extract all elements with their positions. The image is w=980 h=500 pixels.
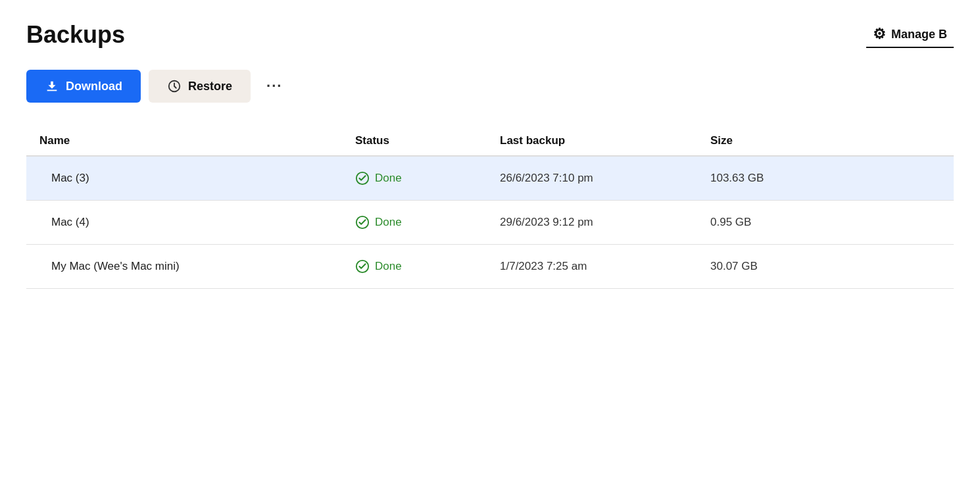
- download-button-label: Download: [66, 80, 122, 93]
- size-cell: 0.95 GB: [710, 216, 842, 229]
- download-button[interactable]: Download: [26, 70, 141, 103]
- status-done-icon: [355, 215, 370, 230]
- table-header: Name Status Last backup Size: [26, 126, 954, 157]
- status-label: Done: [375, 172, 402, 185]
- gear-icon: ⚙: [873, 26, 886, 43]
- manage-button[interactable]: ⚙ Manage B: [866, 22, 954, 48]
- column-header-size: Size: [710, 134, 842, 147]
- toolbar: Download Restore ···: [26, 70, 954, 103]
- column-header-name: Name: [39, 134, 355, 147]
- last-backup-cell: 26/6/2023 7:10 pm: [500, 172, 710, 185]
- manage-button-label: Manage B: [891, 28, 947, 41]
- status-cell: Done: [355, 259, 500, 274]
- size-cell: 30.07 GB: [710, 260, 842, 273]
- more-options-button[interactable]: ···: [258, 71, 290, 101]
- status-label: Done: [375, 260, 402, 273]
- status-cell: Done: [355, 215, 500, 230]
- restore-icon: [167, 79, 182, 93]
- backup-name: Mac (4): [51, 216, 89, 229]
- backups-table: Name Status Last backup Size Mac (3) Don…: [26, 126, 954, 289]
- last-backup-cell: 29/6/2023 9:12 pm: [500, 216, 710, 229]
- status-done-icon: [355, 259, 370, 274]
- restore-button[interactable]: Restore: [149, 70, 251, 103]
- name-cell: My Mac (Wee's Mac mini): [39, 260, 355, 273]
- page-title: Backups: [26, 21, 125, 49]
- restore-button-label: Restore: [188, 80, 232, 93]
- table-row[interactable]: My Mac (Wee's Mac mini) Done 1/7/2023 7:…: [26, 245, 954, 289]
- table-row[interactable]: Mac (4) Done 29/6/2023 9:12 pm 0.95 GB: [26, 201, 954, 245]
- table-row[interactable]: Mac (3) Done 26/6/2023 7:10 pm 103.63 GB: [26, 157, 954, 201]
- download-icon: [45, 79, 59, 93]
- last-backup-cell: 1/7/2023 7:25 am: [500, 260, 710, 273]
- page-header: Backups ⚙ Manage B: [26, 21, 954, 49]
- size-cell: 103.63 GB: [710, 172, 842, 185]
- backup-name: Mac (3): [51, 172, 89, 185]
- status-cell: Done: [355, 171, 500, 186]
- name-cell: Mac (3): [39, 172, 355, 185]
- name-cell: Mac (4): [39, 216, 355, 229]
- backup-name: My Mac (Wee's Mac mini): [51, 260, 180, 273]
- status-done-icon: [355, 171, 370, 186]
- status-label: Done: [375, 216, 402, 229]
- column-header-status: Status: [355, 134, 500, 147]
- more-options-icon: ···: [266, 78, 282, 94]
- column-header-last-backup: Last backup: [500, 134, 710, 147]
